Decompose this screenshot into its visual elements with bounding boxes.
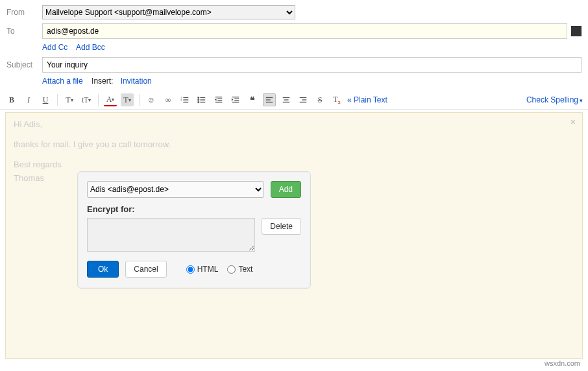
outdent-button[interactable] [212, 93, 225, 106]
text-radio[interactable] [227, 265, 236, 274]
quote-button[interactable]: ❝ [246, 93, 259, 106]
from-row: From Mailvelope Support <support@mailvel… [6, 5, 582, 19]
align-center-button[interactable] [280, 93, 293, 106]
add-button[interactable]: Add [271, 181, 301, 198]
text-radio-label[interactable]: Text [227, 265, 252, 274]
add-bcc-link[interactable]: Add Bcc [76, 43, 105, 52]
separator [139, 94, 140, 106]
body-line: thanks for mail. I give you a call tomor… [14, 139, 574, 149]
recipient-select[interactable]: Adis <adis@epost.de> [87, 181, 264, 198]
svg-point-6 [198, 99, 199, 101]
indent-button[interactable] [229, 93, 242, 106]
subject-label: Subject [6, 60, 42, 69]
html-radio-label[interactable]: HTML [186, 265, 219, 274]
strikethrough-button[interactable]: S [313, 93, 326, 106]
subject-input[interactable] [42, 57, 582, 73]
attach-file-link[interactable]: Attach a file [42, 77, 83, 86]
separator [57, 94, 58, 106]
subject-row: Subject [6, 57, 582, 73]
format-toolbar: B I U T▾ tT▾ A▾ T▾ ☺ ∞ 12 ❝ S Tx « Plain… [0, 91, 588, 110]
link-button[interactable]: ∞ [162, 93, 175, 106]
encrypt-list-row: Delete [87, 218, 301, 252]
to-label: To [6, 27, 42, 36]
watermark: wsxdn.com [545, 359, 580, 367]
compose-header: From Mailvelope Support <support@mailvel… [0, 0, 588, 86]
clear-format-button[interactable]: Tx [330, 93, 343, 106]
cc-links: Add Cc Add Bcc [42, 43, 582, 52]
add-cc-link[interactable]: Add Cc [42, 43, 67, 52]
svg-point-7 [198, 102, 199, 103]
body-line: Hi Adis, [14, 119, 574, 129]
font-family-button[interactable]: T▾ [63, 93, 76, 106]
cancel-button[interactable]: Cancel [125, 261, 166, 278]
encrypt-dialog: Adis <adis@epost.de> Add Encrypt for: De… [77, 171, 311, 289]
editor-body[interactable]: × Hi Adis, thanks for mail. I give you a… [5, 112, 583, 359]
ok-button[interactable]: Ok [87, 261, 119, 278]
align-left-button[interactable] [263, 93, 276, 106]
font-size-button[interactable]: tT▾ [80, 93, 93, 106]
emoji-button[interactable]: ☺ [145, 93, 158, 106]
check-spelling-link[interactable]: Check Spelling▾ [526, 95, 583, 104]
format-radio-group: HTML Text [186, 265, 253, 274]
insert-label: Insert: [92, 77, 113, 86]
contacts-icon[interactable] [571, 26, 582, 36]
from-label: From [6, 8, 42, 17]
dialog-footer: Ok Cancel HTML Text [87, 261, 301, 278]
encrypt-list-textarea[interactable] [87, 218, 255, 252]
separator [98, 94, 99, 106]
highlight-button[interactable]: T▾ [121, 93, 134, 106]
align-right-button[interactable] [297, 93, 310, 106]
text-color-button[interactable]: A▾ [104, 93, 117, 106]
body-line: Best regards [14, 160, 574, 169]
plain-text-link[interactable]: « Plain Text [347, 95, 387, 104]
underline-button[interactable]: U [39, 93, 52, 106]
encrypt-for-label: Encrypt for: [87, 204, 301, 214]
attach-row: Attach a file Insert: Invitation [42, 77, 582, 86]
to-input[interactable] [42, 23, 567, 39]
recipient-row: Adis <adis@epost.de> Add [87, 181, 301, 198]
from-select[interactable]: Mailvelope Support <support@mailvelope.c… [42, 5, 295, 19]
close-icon[interactable]: × [570, 117, 576, 127]
html-radio[interactable] [186, 265, 195, 274]
to-row: To [6, 23, 582, 39]
svg-text:2: 2 [180, 99, 182, 102]
bold-button[interactable]: B [5, 93, 18, 106]
delete-button[interactable]: Delete [262, 218, 301, 235]
svg-point-5 [198, 97, 199, 99]
invitation-link[interactable]: Invitation [121, 77, 152, 86]
italic-button[interactable]: I [22, 93, 35, 106]
unordered-list-button[interactable] [195, 93, 208, 106]
toolbar-right: Check Spelling▾ [526, 95, 583, 104]
ordered-list-button[interactable]: 12 [178, 93, 191, 106]
